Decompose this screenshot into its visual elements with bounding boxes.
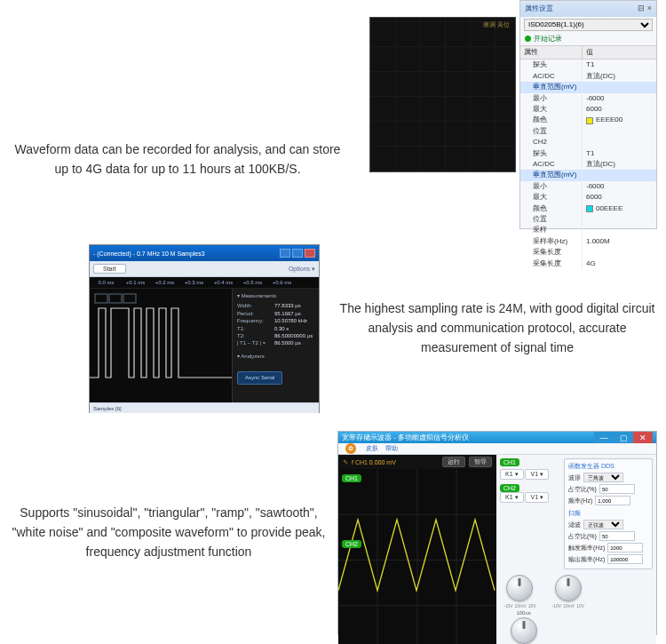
prop-col-name: 属性 [520, 46, 583, 59]
wizard-button[interactable]: 智导 [469, 457, 492, 467]
controls-panel: CH1 K1 ▾ V1 ▾ CH2 K1 ▾ V1 ▾ 函数发生器 [496, 455, 656, 644]
prop-row[interactable]: 颜色EEEE00 [520, 115, 656, 125]
prop-row[interactable]: 采集长度4G [520, 258, 656, 269]
caption-sampling: The highest sampling rate is 24M, with g… [329, 299, 657, 357]
app-badge-icon: ✿ [345, 443, 356, 454]
freq-input[interactable] [595, 496, 630, 505]
prop-row[interactable]: CH2 [520, 137, 656, 147]
ch1-toggle[interactable]: CH1 [500, 458, 519, 466]
scope-canvas[interactable]: CH1 CH2 [338, 469, 496, 644]
options-menu[interactable]: Options ▾ [289, 266, 315, 273]
panel-title-bar: 属性设置 ⊟ × [520, 1, 656, 17]
measurement-row: Frequency:10.50780 kHz [237, 317, 314, 324]
measurements-panel: ▾ Measurements Width:77.8333 µsPeriod:95… [232, 289, 319, 402]
axis-tick: +0.1 ms [121, 280, 150, 285]
record-icon [525, 36, 531, 42]
ch1-badge[interactable]: CH1 [342, 474, 361, 482]
sweep-freq-input[interactable] [607, 543, 643, 553]
logic-analyzer-window: - (Connected) - 0.7 MHz 10 M Samples3 St… [89, 244, 320, 413]
maximize-button[interactable] [292, 249, 303, 258]
time-axis: 0.0 ms+0.1 ms+0.2 ms+0.3 ms+0.4 ms+0.5 m… [90, 277, 319, 289]
menubar: ✿ 皮肤 帮助 [338, 443, 656, 455]
section-recording: Waveform data can be recorded for analys… [0, 0, 666, 231]
sweep-out-input[interactable] [607, 554, 643, 564]
offset-dial[interactable] [555, 575, 582, 601]
measurement-row: T2:86.50000000 µs [237, 332, 314, 339]
prop-row[interactable]: AC/DC直流(DC) [520, 159, 656, 170]
duty-input[interactable] [599, 484, 635, 494]
prop-row[interactable]: 采集长度 [520, 247, 656, 258]
caption-recording: Waveform data can be recorded for analys… [9, 140, 346, 179]
start-record-button[interactable]: 开始记录 [520, 33, 656, 45]
axis-tick: +0.2 ms [150, 280, 179, 285]
prop-row[interactable]: 探头T1 [520, 60, 656, 70]
generator-box: 函数发生器 DDS 波形 三角波 占空比(%) 频率(Hz) [564, 458, 653, 569]
close-button[interactable]: ✕ [633, 432, 653, 443]
waveform-select[interactable]: 三角波 [583, 473, 623, 482]
svg-rect-2 [123, 294, 136, 303]
k1-select[interactable]: K1 ▾ [500, 469, 524, 480]
measurement-row: Period:95.1667 µs [237, 310, 314, 317]
run-button[interactable]: 运行 [442, 457, 465, 467]
scope-tag: 微调 美位 [483, 21, 510, 28]
measurement-row: | T1 − T2 | =86.5000 µs [237, 339, 314, 346]
analyzers-header[interactable]: ▾ Analyzers [237, 353, 314, 360]
ch2-toggle[interactable]: CH2 [500, 484, 519, 492]
prop-row[interactable]: 最大6000 [520, 104, 656, 115]
measurement-row: T1:0.30 s [237, 325, 314, 332]
voltage-dial[interactable] [506, 575, 533, 601]
pin-icon[interactable]: ⊟ × [638, 4, 652, 14]
prop-row[interactable]: 采样率(Hz)1.000M [520, 236, 656, 247]
generator-title: 函数发生器 DDS [568, 462, 648, 471]
v1b-select[interactable]: V1 ▾ [525, 492, 549, 503]
prop-row[interactable]: 颜色00EEEE [520, 203, 656, 214]
minimize-button[interactable] [280, 249, 290, 258]
timebase-dial[interactable] [511, 617, 537, 644]
section-waveforms: Supports "sinusoidal", "triangular", "ra… [0, 426, 666, 640]
measurements-header[interactable]: ▾ Measurements [237, 292, 314, 299]
prop-table-body: 探头T1AC/DC直流(DC)垂直范围(mV)最小-6000最大6000颜色EE… [520, 60, 656, 268]
axis-tick: +0.5 ms [238, 280, 267, 285]
prop-row[interactable]: 采样 [520, 225, 656, 235]
status-bar: Samples [6] [90, 402, 319, 413]
axis-tick: 0.0 ms [91, 280, 121, 285]
prop-row[interactable]: 垂直范围(mV) [520, 170, 656, 180]
device-select-row: ISD0205B(1.1)(6) [520, 17, 656, 33]
prop-row[interactable]: 垂直范围(mV) [520, 82, 656, 92]
device-select[interactable]: ISD0205B(1.1)(6) [524, 19, 653, 31]
window-titlebar: - (Connected) - 0.7 MHz 10 M Samples3 [90, 245, 319, 261]
prop-row[interactable]: 最大6000 [520, 192, 656, 203]
start-button[interactable]: Start [93, 264, 126, 274]
prop-row[interactable]: 最小-6000 [520, 181, 656, 192]
dial-area: -10V10mV10V -10V10mV10V [500, 575, 653, 608]
caption-waveforms: Supports "sinusoidal", "triangular", "ra… [9, 504, 329, 561]
panel-properties-wrap: 微调 美位 属性设置 ⊟ × ISD0205B(1.1)(6) 开始记录 属性 … [346, 0, 657, 231]
prop-row[interactable]: 位置 [520, 126, 656, 137]
waveform-canvas[interactable] [90, 289, 232, 402]
prop-row[interactable]: 探头T1 [520, 148, 656, 159]
k1b-select[interactable]: K1 ▾ [500, 492, 524, 503]
maximize-button[interactable]: ▢ [614, 432, 633, 443]
scope-toolbar: ⬁ f CH1 0.000 mV 运行 智导 [338, 455, 496, 469]
close-button[interactable] [305, 249, 315, 258]
svg-rect-0 [95, 294, 107, 303]
oscilloscope-window: 宽带存储示波器 - 多功能虚拟信号分析仪 — ▢ ✕ ✿ 皮肤 帮助 ⬁ f C… [337, 431, 657, 635]
minimize-button[interactable]: — [594, 432, 614, 443]
svg-rect-1 [109, 294, 122, 303]
menu-skin[interactable]: 皮肤 [366, 444, 378, 453]
axis-tick: +0.6 ms [267, 280, 297, 285]
scope-preview: 微调 美位 [369, 17, 516, 172]
ch2-badge[interactable]: CH2 [342, 540, 361, 548]
window-title: 宽带存储示波器 - 多功能虚拟信号分析仪 [342, 433, 469, 442]
window-title: - (Connected) - 0.7 MHz 10 M Samples3 [93, 250, 205, 257]
prop-row[interactable]: AC/DC直流(DC) [520, 71, 656, 82]
axis-tick: +0.3 ms [179, 280, 209, 285]
v1-select[interactable]: V1 ▾ [525, 469, 549, 480]
sweep-duty-input[interactable] [599, 531, 635, 541]
filter-select[interactable]: 正弦波 [583, 520, 623, 529]
async-serial-button[interactable]: Async Serial [237, 371, 282, 384]
prop-row[interactable]: 位置 [520, 214, 656, 225]
panel-properties: 微调 美位 属性设置 ⊟ × ISD0205B(1.1)(6) 开始记录 属性 … [519, 0, 657, 229]
prop-row[interactable]: 最小-6000 [520, 93, 656, 104]
menu-help[interactable]: 帮助 [385, 444, 398, 453]
